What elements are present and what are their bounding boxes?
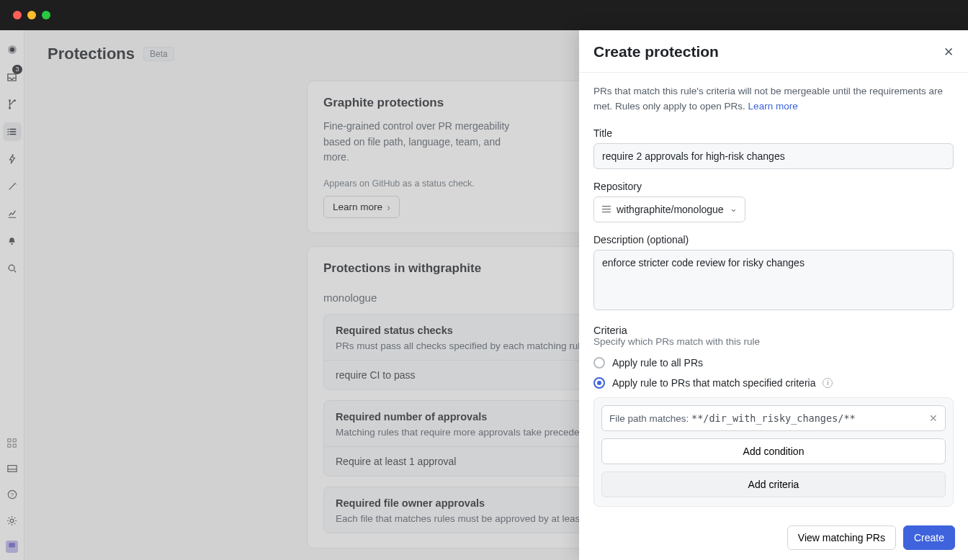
repo-selected-value: withgraphite/monologue bbox=[617, 204, 724, 215]
close-window-icon[interactable] bbox=[13, 11, 22, 19]
radio-match-label: Apply rule to PRs that match specified c… bbox=[612, 377, 815, 389]
condition-value: **/dir_with_risky_changes/** bbox=[691, 412, 856, 424]
branch-icon[interactable] bbox=[3, 95, 22, 114]
svg-text:?: ? bbox=[10, 492, 14, 498]
bell-icon[interactable] bbox=[3, 232, 22, 250]
add-condition-button[interactable]: Add condition bbox=[601, 438, 946, 464]
inbox-badge: 3 bbox=[12, 65, 22, 74]
repository-select[interactable]: withgraphite/monologue bbox=[593, 197, 745, 222]
svg-point-2 bbox=[9, 99, 11, 101]
learn-more-link[interactable]: Learn more bbox=[748, 101, 798, 112]
description-input[interactable] bbox=[593, 250, 954, 310]
svg-point-5 bbox=[7, 129, 9, 130]
learn-more-button[interactable]: Learn more bbox=[323, 196, 400, 218]
chart-icon[interactable] bbox=[3, 204, 22, 223]
description-label: Description (optional) bbox=[593, 234, 954, 245]
svg-rect-10 bbox=[13, 438, 16, 441]
wand-icon[interactable] bbox=[3, 177, 22, 196]
svg-rect-9 bbox=[8, 438, 11, 441]
minimize-window-icon[interactable] bbox=[27, 11, 36, 19]
learn-more-label: Learn more bbox=[333, 202, 382, 212]
drawer-title: Create protection bbox=[593, 43, 719, 60]
title-input[interactable] bbox=[593, 143, 954, 169]
svg-point-8 bbox=[9, 265, 14, 271]
radio-apply-criteria[interactable]: Apply rule to PRs that match specified c… bbox=[593, 377, 954, 389]
svg-rect-12 bbox=[13, 444, 16, 447]
help-icon[interactable]: ? bbox=[3, 485, 22, 504]
remove-condition-icon[interactable]: ✕ bbox=[929, 413, 938, 423]
svg-point-1 bbox=[10, 48, 14, 52]
view-matching-prs-button[interactable]: View matching PRs bbox=[787, 525, 896, 550]
info-icon[interactable]: i bbox=[823, 378, 833, 388]
apps-icon[interactable] bbox=[3, 433, 22, 452]
svg-point-15 bbox=[10, 519, 14, 523]
repo-label: Repository bbox=[593, 181, 954, 192]
svg-rect-11 bbox=[8, 444, 11, 447]
drawer-helper-text: PRs that match this rule's criteria will… bbox=[593, 84, 954, 114]
condition-prefix: File path matches: bbox=[609, 413, 691, 424]
traffic-lights bbox=[13, 11, 50, 19]
criteria-box: File path matches: **/dir_with_risky_cha… bbox=[593, 397, 954, 507]
create-protection-drawer: Create protection ✕ PRs that match this … bbox=[579, 30, 968, 560]
sidebar: 3 ? bbox=[0, 30, 24, 560]
repo-icon bbox=[602, 206, 611, 213]
radio-icon bbox=[593, 357, 605, 369]
maximize-window-icon[interactable] bbox=[42, 11, 50, 19]
inbox-icon[interactable]: 3 bbox=[3, 68, 22, 86]
hero-sub: Fine-grained control over PR mergeabilit… bbox=[323, 119, 511, 166]
create-button[interactable]: Create bbox=[903, 525, 955, 550]
logo-icon[interactable] bbox=[3, 40, 22, 59]
chevron-down-icon bbox=[730, 204, 738, 215]
list-icon[interactable] bbox=[3, 122, 22, 141]
svg-point-3 bbox=[14, 99, 16, 101]
page-title: Protections bbox=[48, 45, 135, 63]
chevron-right-icon bbox=[387, 201, 390, 213]
radio-icon bbox=[593, 377, 605, 389]
close-icon[interactable]: ✕ bbox=[944, 46, 954, 58]
svg-rect-17 bbox=[9, 543, 15, 547]
drawer-footer: View matching PRs Create bbox=[579, 515, 968, 560]
radio-all-label: Apply rule to all PRs bbox=[612, 357, 703, 369]
title-label: Title bbox=[593, 127, 954, 139]
tray-icon[interactable] bbox=[3, 459, 22, 478]
criteria-sub: Specify which PRs match with this rule bbox=[593, 336, 954, 347]
svg-point-7 bbox=[7, 134, 9, 135]
svg-point-4 bbox=[9, 107, 11, 109]
radio-apply-all[interactable]: Apply rule to all PRs bbox=[593, 357, 954, 369]
bolt-icon[interactable] bbox=[3, 150, 22, 168]
svg-point-6 bbox=[7, 131, 9, 132]
add-criteria-button[interactable]: Add criteria bbox=[601, 471, 946, 497]
search-icon[interactable] bbox=[3, 259, 22, 278]
window-titlebar bbox=[0, 0, 968, 30]
beta-tag: Beta bbox=[143, 47, 174, 61]
criteria-label: Criteria bbox=[593, 325, 954, 336]
avatar-icon[interactable] bbox=[3, 537, 22, 556]
condition-chip[interactable]: File path matches: **/dir_with_risky_cha… bbox=[601, 405, 946, 431]
gear-icon[interactable] bbox=[3, 511, 22, 530]
